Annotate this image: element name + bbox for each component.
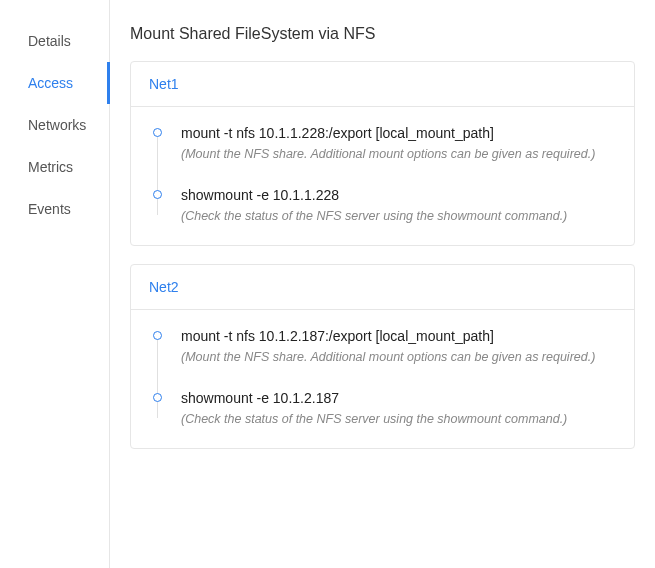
description-text: (Check the status of the NFS server usin… [181,412,616,426]
timeline: mount -t nfs 10.1.2.187:/export [local_m… [153,328,616,426]
card-header: Net2 [131,265,634,310]
sidebar-item-events[interactable]: Events [0,188,110,230]
timeline-item: mount -t nfs 10.1.2.187:/export [local_m… [153,328,616,390]
command-text: showmount -e 10.1.2.187 [181,390,616,406]
command-text: showmount -e 10.1.1.228 [181,187,616,203]
bullet-icon [153,393,162,402]
card-body: mount -t nfs 10.1.1.228:/export [local_m… [131,107,634,245]
card-net1: Net1 mount -t nfs 10.1.1.228:/export [lo… [130,61,635,246]
command-text: mount -t nfs 10.1.2.187:/export [local_m… [181,328,616,344]
card-header: Net1 [131,62,634,107]
bullet-icon [153,128,162,137]
sidebar-item-metrics[interactable]: Metrics [0,146,110,188]
description-text: (Mount the NFS share. Additional mount o… [181,350,616,364]
description-text: (Check the status of the NFS server usin… [181,209,616,223]
sidebar: Details Access Networks Metrics Events [0,0,110,568]
description-text: (Mount the NFS share. Additional mount o… [181,147,616,161]
timeline-item: mount -t nfs 10.1.1.228:/export [local_m… [153,125,616,187]
sidebar-item-details[interactable]: Details [0,20,110,62]
timeline: mount -t nfs 10.1.1.228:/export [local_m… [153,125,616,223]
card-net2: Net2 mount -t nfs 10.1.2.187:/export [lo… [130,264,635,449]
timeline-item: showmount -e 10.1.2.187 (Check the statu… [153,390,616,426]
command-text: mount -t nfs 10.1.1.228:/export [local_m… [181,125,616,141]
sidebar-item-access[interactable]: Access [0,62,110,104]
timeline-item: showmount -e 10.1.1.228 (Check the statu… [153,187,616,223]
main-content: Mount Shared FileSystem via NFS Net1 mou… [110,0,655,568]
sidebar-item-networks[interactable]: Networks [0,104,110,146]
page-title: Mount Shared FileSystem via NFS [130,25,635,43]
bullet-icon [153,331,162,340]
bullet-icon [153,190,162,199]
card-body: mount -t nfs 10.1.2.187:/export [local_m… [131,310,634,448]
